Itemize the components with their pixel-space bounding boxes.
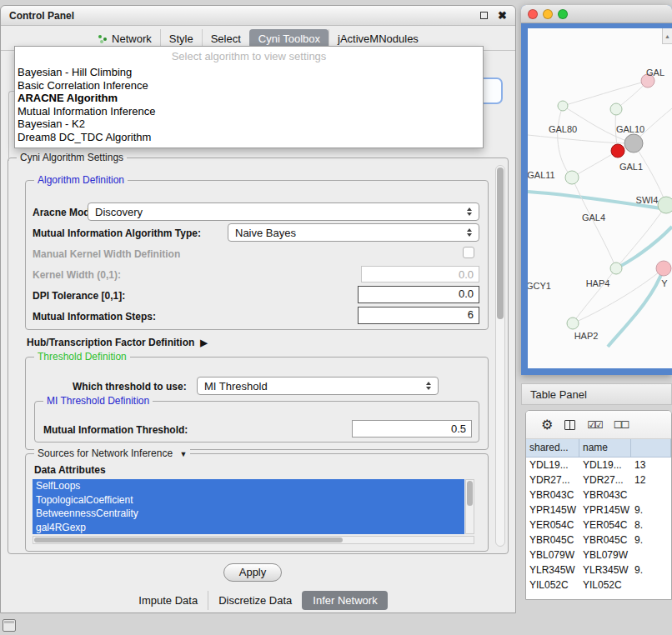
table-row[interactable]: YDR27...YDR27...12 xyxy=(526,472,671,488)
table-cell: YDR27... xyxy=(526,472,579,488)
table-cell: YBR043C xyxy=(579,488,631,502)
node-label-gal10: GAL10 xyxy=(616,124,644,134)
tab-label: Style xyxy=(169,32,193,45)
mi-steps-value: 6 xyxy=(468,308,474,321)
deselect-all-checkboxes-icon[interactable]: ☐☐ xyxy=(614,419,629,431)
settings-group-title: Cyni Algorithm Settings xyxy=(17,152,127,163)
close-window-icon[interactable]: ✖ xyxy=(498,10,507,21)
which-threshold-select[interactable]: MI Threshold xyxy=(197,377,439,395)
network-node[interactable] xyxy=(611,144,624,158)
attributes-horizontal-scrollbar[interactable] xyxy=(33,536,474,544)
attribute-item-gal4rgexp[interactable]: gal4RGexp xyxy=(33,521,464,535)
table-row[interactable]: YPR145WYPR145W9. xyxy=(526,502,671,518)
bottom-tab-impute-data[interactable]: Impute Data xyxy=(128,591,208,610)
table-row[interactable]: YLR345WYLR345W9. xyxy=(526,562,671,578)
table-row[interactable]: YER054CYER054C8. xyxy=(526,518,671,532)
network-window-titlebar xyxy=(521,5,672,23)
attribute-item-topologicalcoefficient[interactable]: TopologicalCoefficient xyxy=(33,493,464,508)
mi-threshold-group-title: MI Threshold Definition xyxy=(43,395,153,407)
network-node[interactable] xyxy=(558,101,568,111)
mi-threshold-group: MI Threshold Definition Mutual Informati… xyxy=(34,401,479,442)
kernel-width-label: Kernel Width (0,1): xyxy=(33,269,121,281)
kernel-width-field[interactable]: 0.0 xyxy=(361,266,479,282)
algorithm-option-bayesian-hill-climbing[interactable]: Bayesian - Hill Climbing xyxy=(15,66,483,79)
manual-kernel-checkbox[interactable] xyxy=(463,247,474,258)
threshold-definition-group: Threshold Definition Which threshold to … xyxy=(25,357,489,450)
panel-corner-icon[interactable] xyxy=(3,619,16,632)
node-label-y: Y xyxy=(661,278,668,288)
dpi-tolerance-field[interactable]: 0.0 xyxy=(358,286,479,303)
table-cell: YLR345W xyxy=(579,562,631,578)
attribute-item-betweennesscentrality[interactable]: BetweennessCentrality xyxy=(33,507,464,521)
table-row[interactable]: YBR045CYBR045C9. xyxy=(526,532,671,548)
table-toolbar: ⚙ ☑☑ ☐☐ xyxy=(526,411,671,439)
node-label-gal11: GAL11 xyxy=(528,170,555,180)
algorithm-option-mutual-information-inference[interactable]: Mutual Information Inference xyxy=(15,105,483,118)
hub-transcription-factor-section[interactable]: Hub/Transcription Factor Definition ▶ xyxy=(27,337,208,348)
attribute-item-selfloops[interactable]: SelfLoops xyxy=(33,479,464,493)
algorithm-dropdown: Select algorithm to view settings Bayesi… xyxy=(14,46,484,148)
scrollbar-thumb[interactable] xyxy=(497,168,504,319)
network-node[interactable] xyxy=(658,197,672,213)
node-label-hap4: HAP4 xyxy=(586,278,610,288)
scrollbar-thumb[interactable] xyxy=(467,481,473,506)
network-node[interactable] xyxy=(610,262,622,274)
control-panel-window: Control Panel ✖ NetworkStyleSelectCyni T… xyxy=(0,5,516,613)
node-label-gal4: GAL4 xyxy=(582,212,605,222)
table-cell: YBR045C xyxy=(526,532,579,548)
stepper-arrows-icon xyxy=(463,208,476,216)
algorithm-option-aracne-algorithm[interactable]: ARACNE Algorithm xyxy=(15,92,483,105)
table-cell: YER054C xyxy=(526,518,579,532)
network-node[interactable] xyxy=(610,103,622,115)
network-canvas[interactable]: GALGAL80GAL10GAL11GAL1SWI4GAL4GCY1HAP4YH… xyxy=(528,28,672,368)
node-label-gal80: GAL80 xyxy=(549,124,577,134)
table-row[interactable]: YIL052CYIL052C xyxy=(526,578,671,592)
table-panel-window: ⚙ ☑☑ ☐☐ shared...name YDL19...YDL19...13… xyxy=(525,410,672,600)
algorithm-option-bayesian-k2[interactable]: Bayesian - K2 xyxy=(15,118,483,131)
table-cell: 9. xyxy=(631,502,671,518)
algorithm-option-dream8-dc-tdc-algorithm[interactable]: Dream8 DC_TDC Algorithm xyxy=(15,131,483,144)
network-node[interactable] xyxy=(565,171,579,184)
sources-group-title[interactable]: Sources for Network Inference ▼ xyxy=(34,448,190,459)
threshold-definition-title: Threshold Definition xyxy=(34,351,130,362)
table-cell: YBR043C xyxy=(526,488,579,502)
column-header-shared[interactable]: shared... xyxy=(526,439,579,457)
table-cell: 8. xyxy=(631,518,671,532)
column-header-col2[interactable] xyxy=(631,439,671,457)
select-all-checkboxes-icon[interactable]: ☑☑ xyxy=(587,419,602,431)
table-cell: 13 xyxy=(631,458,671,472)
algorithm-option-basic-correlation-inference[interactable]: Basic Correlation Inference xyxy=(15,79,483,92)
network-node[interactable] xyxy=(656,261,671,276)
apply-button[interactable]: Apply xyxy=(223,563,282,582)
gear-icon[interactable]: ⚙ xyxy=(541,418,553,432)
mi-threshold-value: 0.5 xyxy=(451,422,466,435)
mi-steps-field[interactable]: 6 xyxy=(358,307,479,324)
window-title: Control Panel xyxy=(9,10,480,22)
mi-type-select[interactable]: Naive Bayes xyxy=(228,223,479,242)
close-traffic-light[interactable] xyxy=(528,9,538,19)
stepper-arrows-icon xyxy=(422,382,435,390)
expand-right-icon: ▶ xyxy=(200,338,207,348)
bottom-tab-infer-network[interactable]: Infer Network xyxy=(302,591,387,610)
zoom-traffic-light[interactable] xyxy=(558,9,568,19)
table-header-row: shared...name xyxy=(526,439,671,458)
bottom-tab-discretize-data[interactable]: Discretize Data xyxy=(208,591,302,610)
minimize-traffic-light[interactable] xyxy=(543,9,553,19)
network-node[interactable] xyxy=(624,134,643,152)
cyni-algorithm-settings-group: Cyni Algorithm Settings Algorithm Defini… xyxy=(8,158,509,554)
columns-icon[interactable] xyxy=(564,420,575,430)
network-scrollbar[interactable]: ▲ xyxy=(662,28,672,44)
dpi-tolerance-label: DPI Tolerance [0,1]: xyxy=(33,290,125,302)
network-node[interactable] xyxy=(567,318,579,329)
aracne-mode-select[interactable]: Discovery xyxy=(88,202,479,221)
settings-scrollbar[interactable] xyxy=(495,165,505,547)
column-header-name[interactable]: name xyxy=(579,439,631,457)
table-row[interactable]: YBL079WYBL079W xyxy=(526,548,671,562)
table-row[interactable]: YBR043CYBR043C xyxy=(526,488,671,502)
mi-threshold-field[interactable]: 0.5 xyxy=(352,420,472,438)
table-cell: 9. xyxy=(631,562,671,578)
scrollbar-thumb[interactable] xyxy=(34,538,343,542)
restore-window-icon[interactable] xyxy=(480,12,488,19)
attributes-vertical-scrollbar[interactable] xyxy=(465,479,474,534)
table-row[interactable]: YDL19...YDL19...13 xyxy=(526,458,671,472)
